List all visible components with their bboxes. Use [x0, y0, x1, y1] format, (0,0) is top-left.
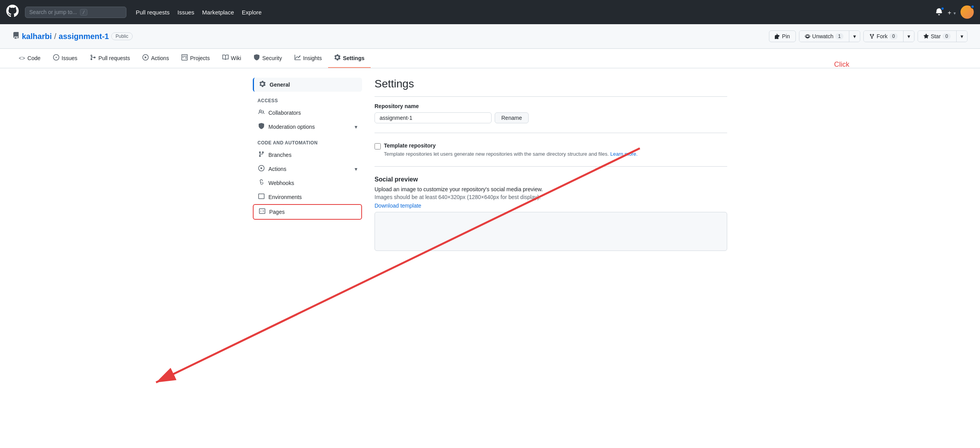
tab-settings[interactable]: Settings — [328, 49, 371, 68]
tab-issues[interactable]: Issues — [47, 49, 83, 68]
tab-projects-label: Projects — [190, 55, 210, 61]
moderation-label: Moderation options — [268, 124, 315, 130]
actions-chevron: ▾ — [355, 166, 357, 172]
fork-button[interactable]: Fork 0 — [864, 31, 903, 42]
repo-name-label: Repository name — [375, 103, 727, 109]
learn-more-link[interactable]: Learn more. — [610, 151, 637, 157]
moderation-chevron: ▾ — [355, 124, 357, 130]
sidebar-item-webhooks[interactable]: Webhooks — [253, 176, 362, 190]
tab-pull-requests[interactable]: Pull requests — [83, 49, 136, 68]
tab-wiki[interactable]: Wiki — [216, 49, 247, 68]
top-navigation: Search or jump to... / Pull requests Iss… — [0, 0, 980, 24]
pin-button[interactable]: Pin — [769, 30, 796, 42]
star-count: 0 — [943, 33, 951, 39]
tab-issues-label: Issues — [62, 55, 77, 61]
social-preview-title: Social preview — [375, 176, 727, 183]
issues-icon — [53, 54, 59, 62]
top-nav-links: Pull requests Issues Marketplace Explore — [136, 9, 262, 16]
actions-sidebar-icon — [257, 165, 265, 173]
social-preview-image-box — [375, 212, 727, 251]
user-avatar[interactable] — [960, 5, 974, 19]
tab-security-label: Security — [262, 55, 282, 61]
nav-explore[interactable]: Explore — [242, 9, 262, 16]
new-menu-icon[interactable]: + ▾ — [948, 8, 956, 17]
star-label: Star — [931, 33, 941, 39]
repo-visibility-badge: Public — [111, 32, 133, 40]
collaborators-label: Collaborators — [268, 110, 301, 116]
repo-icon — [12, 32, 20, 41]
nav-marketplace[interactable]: Marketplace — [202, 9, 234, 16]
star-dropdown[interactable]: ▾ — [956, 31, 967, 42]
gear-icon — [259, 81, 266, 89]
unwatch-label: Unwatch — [812, 33, 833, 39]
fork-count: 0 — [889, 33, 898, 39]
sidebar-item-moderation[interactable]: Moderation options ▾ — [253, 120, 362, 134]
top-nav-right: + ▾ — [935, 5, 974, 19]
tab-pr-label: Pull requests — [98, 55, 130, 61]
unwatch-count: 1 — [835, 33, 843, 39]
fork-dropdown[interactable]: ▾ — [903, 31, 914, 42]
notification-badge — [941, 7, 944, 11]
pages-label: Pages — [269, 209, 285, 215]
repo-actions: Pin Unwatch 1 ▾ Fork 0 — [769, 30, 968, 42]
collaborators-icon — [257, 109, 265, 117]
pages-icon — [258, 208, 266, 216]
access-section-label: Access — [253, 92, 362, 106]
actions-sidebar-label: Actions — [268, 166, 286, 172]
github-logo-icon[interactable] — [6, 5, 19, 20]
tab-insights[interactable]: Insights — [288, 49, 328, 68]
repo-name-link[interactable]: assignment-1 — [59, 32, 109, 41]
settings-title: Settings — [375, 78, 727, 97]
download-template-link[interactable]: Download template — [375, 203, 421, 209]
security-icon — [254, 54, 260, 62]
repo-tabs: <> Code Issues Pull requests — [0, 49, 980, 68]
tab-code[interactable]: <> Code — [12, 50, 47, 68]
unwatch-button[interactable]: Unwatch 1 — [799, 31, 849, 42]
nav-issues[interactable]: Issues — [178, 9, 194, 16]
branches-label: Branches — [268, 152, 291, 158]
unwatch-dropdown[interactable]: ▾ — [849, 31, 860, 42]
repo-owner-link[interactable]: kalharbi — [22, 32, 52, 41]
main-content: Settings Repository name Rename Template… — [375, 78, 727, 251]
star-button[interactable]: Star 0 — [918, 31, 956, 42]
projects-icon — [181, 54, 188, 62]
avatar-badge — [971, 5, 975, 9]
wiki-icon — [222, 54, 229, 62]
nav-pull-requests[interactable]: Pull requests — [136, 9, 170, 16]
actions-icon — [142, 54, 149, 62]
template-checkbox-label[interactable]: Template repository — [375, 142, 727, 149]
tab-security[interactable]: Security — [247, 49, 288, 68]
repo-sep: / — [54, 32, 57, 41]
tab-projects[interactable]: Projects — [175, 49, 216, 68]
pin-label: Pin — [782, 33, 790, 39]
unwatch-group: Unwatch 1 ▾ — [799, 30, 860, 42]
sidebar-item-pages[interactable]: Pages — [253, 204, 362, 220]
template-description: Template repositories let users generate… — [384, 151, 727, 157]
search-bar[interactable]: Search or jump to... / — [25, 7, 126, 18]
sidebar-item-actions[interactable]: Actions ▾ — [253, 162, 362, 176]
pr-icon — [90, 54, 96, 62]
main-layout: General Access Collaborators Moderation … — [240, 68, 740, 260]
code-section-label: Code and automation — [253, 134, 362, 148]
social-preview-desc: Upload an image to customize your reposi… — [375, 186, 727, 192]
notifications-icon[interactable] — [935, 7, 943, 17]
tab-actions[interactable]: Actions — [136, 49, 175, 68]
tab-settings-label: Settings — [343, 55, 364, 61]
environments-label: Environments — [268, 194, 302, 200]
template-section: Template repository Template repositorie… — [375, 142, 727, 157]
sidebar-item-general[interactable]: General — [253, 78, 362, 92]
repo-name-section: Repository name Rename — [375, 103, 727, 123]
rename-button[interactable]: Rename — [495, 112, 529, 123]
template-checkbox[interactable] — [375, 143, 381, 149]
sidebar-item-environments[interactable]: Environments — [253, 190, 362, 204]
webhooks-label: Webhooks — [268, 180, 294, 186]
tab-actions-label: Actions — [151, 55, 169, 61]
template-desc-text: Template repositories let users generate… — [384, 151, 609, 157]
repo-name-input[interactable] — [375, 112, 492, 123]
social-preview-sub: Images should be at least 640×320px (128… — [375, 194, 727, 200]
sidebar-item-branches[interactable]: Branches — [253, 148, 362, 162]
sidebar: General Access Collaborators Moderation … — [253, 78, 362, 251]
tab-code-label: Code — [27, 55, 40, 61]
sidebar-item-collaborators[interactable]: Collaborators — [253, 106, 362, 120]
moderation-icon — [257, 123, 265, 131]
